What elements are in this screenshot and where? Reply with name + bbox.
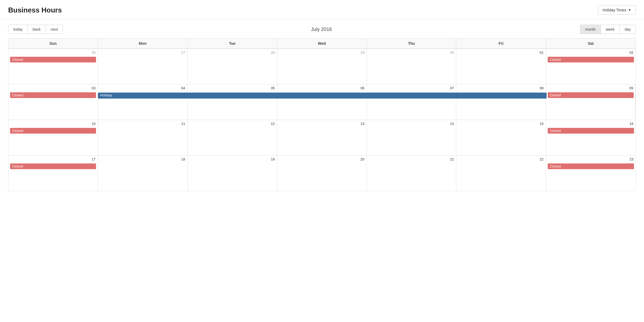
holiday-times-label: Holiday Times: [602, 8, 626, 12]
cell-date: 11: [100, 121, 186, 127]
cell-jul13[interactable]: 13: [277, 120, 367, 155]
calendar-weeks: 26 Closed 27 28 29 30 01: [8, 49, 636, 191]
back-button[interactable]: back: [28, 25, 46, 34]
holiday-times-button[interactable]: Holiday Times ▼: [598, 5, 636, 15]
event-closed[interactable]: Closed: [10, 163, 96, 169]
cell-jul08[interactable]: 08: [456, 84, 546, 120]
cell-jul03[interactable]: 03 Closed: [8, 84, 98, 120]
event-closed[interactable]: Closed: [548, 57, 634, 62]
next-button[interactable]: next: [46, 25, 63, 34]
cell-date: 27: [100, 50, 186, 56]
cell-jun26[interactable]: 26 Closed: [8, 49, 98, 84]
cell-date: 12: [189, 121, 275, 127]
cell-jul04[interactable]: 04: [98, 84, 187, 120]
cell-jul10[interactable]: 10 Closed: [8, 120, 98, 155]
cell-jul07[interactable]: 07: [367, 84, 456, 120]
cell-date: 19: [189, 157, 275, 162]
day-header-sun: Sun: [8, 39, 98, 48]
cell-jul22[interactable]: 22: [456, 156, 546, 191]
calendar-toolbar: today back next July 2016 month week day: [8, 25, 636, 34]
cell-date: 29: [279, 50, 365, 56]
cell-date: 02: [548, 50, 634, 56]
cell-jul12[interactable]: 12: [188, 120, 277, 155]
page-header: Business Hours Holiday Times ▼: [0, 0, 644, 19]
cell-jul16[interactable]: 16 Closed: [546, 120, 636, 155]
cell-jul19[interactable]: 19: [188, 156, 277, 191]
cell-date: 22: [458, 157, 544, 162]
cell-date: 14: [368, 121, 454, 127]
cell-date: 03: [10, 86, 96, 91]
event-closed[interactable]: Closed: [10, 128, 96, 134]
cell-jun27[interactable]: 27: [98, 49, 187, 84]
cell-jul18[interactable]: 18: [98, 156, 187, 191]
view-buttons-group: month week day: [580, 25, 636, 34]
cell-date: 07: [368, 86, 454, 91]
today-button[interactable]: today: [8, 25, 28, 34]
day-header-thu: Thu: [367, 39, 456, 48]
cell-date: 30: [368, 50, 454, 56]
cell-jun28[interactable]: 28: [188, 49, 277, 84]
calendar-title: July 2016: [311, 27, 332, 32]
event-closed[interactable]: Closed: [548, 163, 634, 169]
cell-jul23[interactable]: 23 Closed: [546, 156, 636, 191]
holiday-times-arrow-icon: ▼: [628, 8, 631, 12]
day-header-fri: Fri: [456, 39, 546, 48]
cell-jul21[interactable]: 21: [367, 156, 456, 191]
cell-date: 23: [548, 157, 634, 162]
calendar-grid: Sun Mon Tue Wed Thu Fri Sat 26 Closed 27…: [8, 38, 636, 191]
cell-date: 13: [279, 121, 365, 127]
view-week-button[interactable]: week: [601, 25, 620, 34]
event-closed[interactable]: Closed: [10, 57, 96, 62]
view-month-button[interactable]: month: [580, 25, 601, 34]
cell-date: 05: [189, 86, 275, 91]
day-header-mon: Mon: [98, 39, 187, 48]
event-closed[interactable]: Closed: [548, 92, 634, 98]
cell-date: 06: [279, 86, 365, 91]
cell-date: 01: [458, 50, 544, 56]
cell-date: 26: [10, 50, 96, 56]
cell-jul06[interactable]: 06: [277, 84, 367, 120]
calendar-week-1: 26 Closed 27 28 29 30 01: [8, 49, 636, 84]
cell-date: 17: [10, 157, 96, 162]
cell-date: 28: [189, 50, 275, 56]
cell-date: 10: [10, 121, 96, 127]
cell-date: 15: [458, 121, 544, 127]
cell-jun30[interactable]: 30: [367, 49, 456, 84]
cell-jul17[interactable]: 17 Closed: [8, 156, 98, 191]
calendar-week-2: 03 Closed 04 05 06 07: [8, 84, 636, 120]
calendar-container: today back next July 2016 month week day…: [0, 19, 644, 197]
day-header-tue: Tue: [188, 39, 277, 48]
cell-jul14[interactable]: 14: [367, 120, 456, 155]
calendar-header-row: Sun Mon Tue Wed Thu Fri Sat: [8, 39, 636, 49]
cell-jul09[interactable]: 09 Closed: [546, 84, 636, 120]
view-day-button[interactable]: day: [620, 25, 636, 34]
day-header-wed: Wed: [277, 39, 367, 48]
cell-date: 20: [279, 157, 365, 162]
cell-jun29[interactable]: 29: [277, 49, 367, 84]
event-closed[interactable]: Closed: [10, 92, 96, 98]
cell-jul20[interactable]: 20: [277, 156, 367, 191]
calendar-week-3: 10 Closed 11 12 13 14 15: [8, 120, 636, 156]
cell-jul11[interactable]: 11: [98, 120, 187, 155]
cell-jul02[interactable]: 02 Closed: [546, 49, 636, 84]
cell-jul05[interactable]: 05: [188, 84, 277, 120]
cell-jul15[interactable]: 15: [456, 120, 546, 155]
cell-date: 08: [458, 86, 544, 91]
event-closed[interactable]: Closed: [548, 128, 634, 134]
cell-date: 16: [548, 121, 634, 127]
cell-date: 18: [100, 157, 186, 162]
cell-jul01[interactable]: 01: [456, 49, 546, 84]
cell-date: 21: [368, 157, 454, 162]
calendar-week-4: 17 Closed 18 19 20 21 22: [8, 156, 636, 191]
day-header-sat: Sat: [546, 39, 636, 48]
page-title: Business Hours: [8, 6, 62, 14]
nav-buttons-group: today back next: [8, 25, 63, 34]
cell-date: 04: [100, 86, 186, 91]
cell-date: 09: [548, 86, 634, 91]
